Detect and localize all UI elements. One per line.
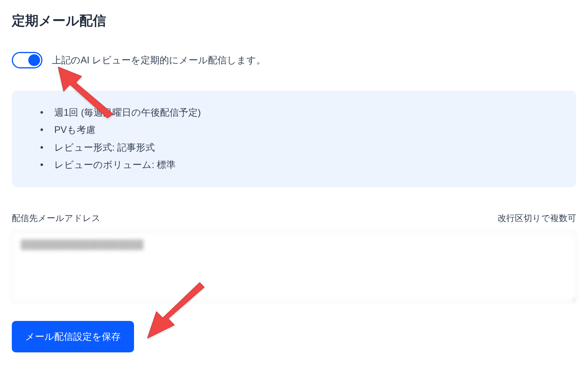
- email-field-labels: 配信先メールアドレス 改行区切りで複数可: [12, 212, 576, 224]
- email-address-textarea[interactable]: [12, 231, 576, 302]
- toggle-knob: [28, 54, 40, 66]
- info-item: レビューのボリューム: 標準: [35, 156, 560, 173]
- info-item: 週1回 (毎週月曜日の午後配信予定): [35, 104, 560, 121]
- page-title: 定期メール配信: [12, 12, 576, 30]
- email-field-hint: 改行区切りで複数可: [498, 212, 576, 224]
- toggle-row: 上記のAI レビューを定期的にメール配信します。: [12, 52, 576, 68]
- save-email-settings-button[interactable]: メール配信設定を保存: [12, 321, 134, 352]
- email-delivery-toggle[interactable]: [12, 52, 42, 68]
- email-field-label: 配信先メールアドレス: [12, 212, 101, 224]
- delivery-info-box: 週1回 (毎週月曜日の午後配信予定) PVも考慮 レビュー形式: 記事形式 レビ…: [12, 90, 576, 187]
- delivery-info-list: 週1回 (毎週月曜日の午後配信予定) PVも考慮 レビュー形式: 記事形式 レビ…: [35, 104, 560, 174]
- info-item: PVも考慮: [35, 121, 560, 138]
- info-item: レビュー形式: 記事形式: [35, 139, 560, 156]
- toggle-label: 上記のAI レビューを定期的にメール配信します。: [52, 54, 266, 66]
